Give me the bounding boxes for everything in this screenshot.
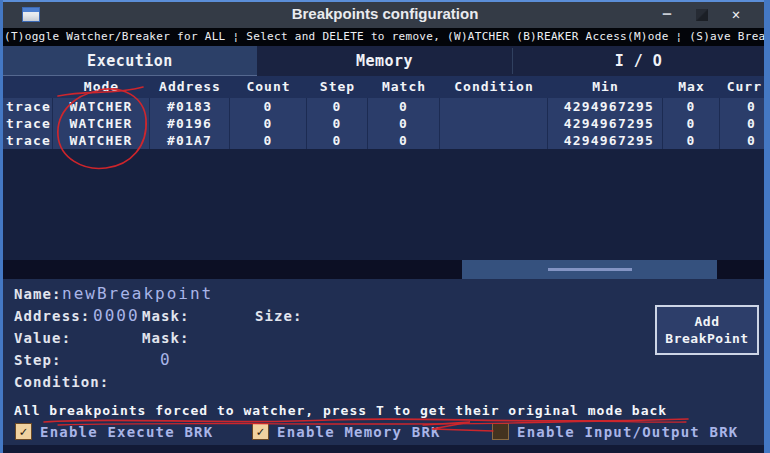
enable-io-brk-checkbox[interactable]: Enable Input/Output BRK (492, 423, 738, 440)
add-breakpoint-button-line2: BreakPoint (665, 330, 748, 347)
row-match: 0 (368, 98, 440, 115)
row-curr: 0 (720, 115, 764, 132)
row-condition (440, 98, 548, 115)
row-min: 4294967295 (548, 115, 663, 132)
tab-execution[interactable]: Execution (3, 46, 257, 76)
row-max: 0 (663, 98, 720, 115)
row-step: 0 (307, 132, 368, 149)
step-field[interactable]: 0 (160, 350, 172, 369)
col-header-address: Address (150, 76, 230, 98)
row-mode: WATCHER (53, 132, 150, 149)
row-condition (440, 132, 548, 149)
checkbox-checked-icon[interactable]: ✓ (15, 423, 32, 440)
row-type: trace (3, 98, 53, 115)
tab-memory[interactable]: Memory (257, 46, 512, 76)
name-field[interactable]: newBreakpoint (62, 284, 213, 303)
enable-execute-brk-checkbox[interactable]: ✓ Enable Execute BRK (15, 423, 213, 440)
row-curr: 0 (720, 98, 764, 115)
bottom-strip (0, 445, 770, 453)
row-mode: WATCHER (53, 98, 150, 115)
size-label: Size: (255, 308, 303, 324)
breakpoints-window: Breakpoints configuration – ✕ (T)oggle W… (0, 0, 770, 453)
col-header-min: Min (548, 76, 663, 98)
enable-memory-brk-checkbox[interactable]: ✓ Enable Memory BRK (252, 423, 441, 440)
close-button[interactable]: ✕ (724, 4, 748, 24)
row-step: 0 (307, 115, 368, 132)
row-match: 0 (368, 115, 440, 132)
col-header-step: Step (307, 76, 368, 98)
row-curr: 0 (720, 132, 764, 149)
row-count: 0 (230, 132, 307, 149)
address-field[interactable]: 0000 (93, 306, 140, 325)
col-header-mode: Mode (53, 76, 150, 98)
row-condition (440, 115, 548, 132)
table-header: Mode Address Count Step Match Condition … (3, 76, 764, 98)
row-max: 0 (663, 115, 720, 132)
checkbox-label: Enable Input/Output BRK (517, 424, 738, 440)
tab-separator (512, 48, 513, 74)
breakpoint-row[interactable]: trace WATCHER #0196 0 0 0 4294967295 0 0 (3, 115, 764, 132)
row-min: 4294967295 (548, 132, 663, 149)
table-empty-area (3, 151, 764, 260)
breakpoint-row[interactable]: trace WATCHER #01A7 0 0 0 4294967295 0 0 (3, 132, 764, 149)
status-message: All breakpoints forced to watcher, press… (14, 403, 667, 418)
horizontal-scrollbar[interactable] (0, 260, 764, 279)
address-mask-label: Mask: (142, 308, 190, 324)
checkbox-label: Enable Execute BRK (40, 424, 213, 440)
hint-bar: (T)oggle Watcher/Breaker for ALL ¦ Selec… (0, 28, 770, 46)
checkbox-checked-icon[interactable]: ✓ (252, 423, 269, 440)
row-address: #0183 (150, 98, 230, 115)
scrollbar-thumb[interactable] (462, 260, 717, 279)
value-mask-label: Mask: (142, 330, 190, 346)
row-match: 0 (368, 132, 440, 149)
condition-label: Condition: (14, 374, 109, 390)
row-max: 0 (663, 132, 720, 149)
col-header-max: Max (663, 76, 720, 98)
col-header-condition: Condition (440, 76, 548, 98)
checkbox-unchecked-icon[interactable] (492, 423, 509, 440)
breakpoint-row[interactable]: trace WATCHER #0183 0 0 0 4294967295 0 0 (3, 98, 764, 115)
row-mode: WATCHER (53, 115, 150, 132)
col-header-type (3, 76, 53, 98)
name-label: Name: (14, 286, 62, 302)
col-header-count: Count (230, 76, 307, 98)
tab-io[interactable]: I / O (513, 46, 764, 76)
row-address: #0196 (150, 115, 230, 132)
row-type: trace (3, 132, 53, 149)
brk-toggles-row: ✓ Enable Execute BRK ✓ Enable Memory BRK… (0, 423, 764, 445)
add-breakpoint-button-line1: Add (695, 313, 720, 330)
window-border-right (764, 0, 770, 453)
address-label: Address: (14, 308, 90, 324)
checkbox-label: Enable Memory BRK (277, 424, 441, 440)
maximize-button[interactable] (696, 9, 708, 21)
row-min: 4294967295 (548, 98, 663, 115)
value-label: Value: (14, 330, 71, 346)
row-address: #01A7 (150, 132, 230, 149)
add-breakpoint-button[interactable]: Add BreakPoint (655, 305, 759, 355)
titlebar[interactable]: Breakpoints configuration – ✕ (0, 0, 770, 28)
breakpoint-form-panel: Name: newBreakpoint Address: 0000 Mask: … (0, 279, 764, 453)
tab-strip: Execution Memory I / O (3, 46, 764, 76)
window-border-left (0, 0, 3, 453)
row-count: 0 (230, 98, 307, 115)
minimize-button[interactable]: – (655, 4, 679, 24)
col-header-curr: Curr (720, 76, 764, 98)
window-border-top (0, 0, 770, 2)
scrollbar-grip (548, 268, 632, 271)
col-header-match: Match (368, 76, 440, 98)
row-count: 0 (230, 115, 307, 132)
row-step: 0 (307, 98, 368, 115)
row-type: trace (3, 115, 53, 132)
step-label: Step: (14, 352, 62, 368)
